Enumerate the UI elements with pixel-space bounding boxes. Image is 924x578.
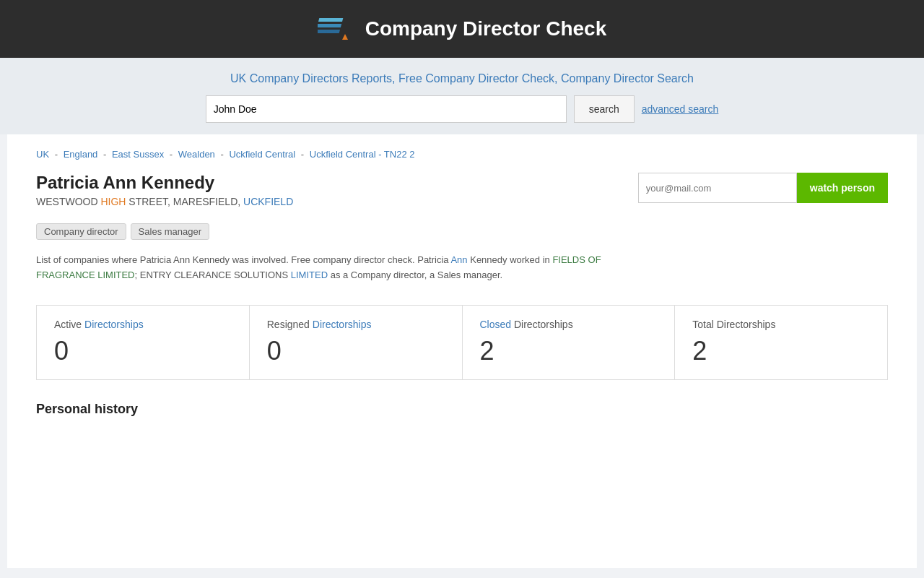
sub-header: UK Company Directors Reports, Free Compa… bbox=[0, 58, 924, 134]
address-street: STREET, MARESFIELD, bbox=[126, 196, 243, 207]
search-input[interactable] bbox=[206, 95, 567, 123]
breadcrumb-uckfield-central-tn22[interactable]: Uckfield Central - TN22 2 bbox=[310, 149, 415, 160]
watch-person-button[interactable]: watch person bbox=[797, 173, 888, 203]
app-header: Company Director Check bbox=[0, 0, 924, 58]
person-header: Patricia Ann Kennedy WESTWOOD HIGH STREE… bbox=[36, 173, 888, 215]
stat-resigned-value: 0 bbox=[267, 336, 445, 366]
app-logo-icon bbox=[318, 11, 354, 47]
svg-rect-4 bbox=[329, 18, 343, 22]
search-button[interactable]: search bbox=[574, 95, 635, 123]
stat-resigned-label: Resigned Directorships bbox=[267, 319, 445, 330]
person-tags: Company director Sales manager bbox=[36, 223, 888, 240]
address-westwood: WESTWOOD bbox=[36, 196, 100, 207]
stat-active-directorships: Active Directorships 0 bbox=[37, 306, 250, 379]
stats-row: Active Directorships 0 Resigned Director… bbox=[36, 305, 888, 380]
breadcrumb-east-sussex[interactable]: East Sussex bbox=[112, 149, 164, 160]
stat-total-label: Total Directorships bbox=[692, 319, 870, 330]
advanced-search-link[interactable]: advanced search bbox=[642, 103, 719, 115]
breadcrumb-uckfield-central[interactable]: Uckfield Central bbox=[229, 149, 295, 160]
breadcrumb: UK - England - East Sussex - Wealden - U… bbox=[36, 149, 888, 160]
tag-sales-manager: Sales manager bbox=[131, 223, 209, 240]
stat-resigned-directorships: Resigned Directorships 0 bbox=[250, 306, 463, 379]
stat-closed-directorships: Closed Directorships 2 bbox=[463, 306, 676, 379]
main-content: UK - England - East Sussex - Wealden - U… bbox=[7, 134, 917, 568]
address-uckfield: UCKFIELD bbox=[243, 196, 293, 207]
svg-rect-0 bbox=[318, 11, 354, 47]
watch-email-input[interactable] bbox=[638, 173, 797, 203]
person-info: Patricia Ann Kennedy WESTWOOD HIGH STREE… bbox=[36, 173, 293, 215]
person-description: List of companies where Patricia Ann Ken… bbox=[36, 253, 657, 283]
breadcrumb-wealden[interactable]: Wealden bbox=[178, 149, 215, 160]
personal-history-heading: Personal history bbox=[36, 402, 888, 417]
tag-company-director: Company director bbox=[36, 223, 126, 240]
svg-marker-7 bbox=[342, 34, 348, 40]
tagline: UK Company Directors Reports, Free Compa… bbox=[0, 72, 924, 85]
person-address: WESTWOOD HIGH STREET, MARESFIELD, UCKFIE… bbox=[36, 196, 293, 207]
svg-rect-6 bbox=[326, 30, 339, 33]
address-high: HIGH bbox=[100, 196, 126, 207]
watch-row: watch person bbox=[638, 173, 888, 203]
stat-active-value: 0 bbox=[54, 336, 232, 366]
breadcrumb-england[interactable]: England bbox=[64, 149, 98, 160]
search-row: search advanced search bbox=[0, 95, 924, 123]
person-name: Patricia Ann Kennedy bbox=[36, 173, 293, 193]
stat-closed-label: Closed Directorships bbox=[480, 319, 658, 330]
app-title: Company Director Check bbox=[365, 17, 607, 40]
stat-total-value: 2 bbox=[692, 336, 870, 366]
breadcrumb-uk[interactable]: UK bbox=[36, 149, 49, 160]
svg-rect-5 bbox=[328, 24, 341, 27]
stat-active-label: Active Directorships bbox=[54, 319, 232, 330]
stat-total-directorships: Total Directorships 2 bbox=[675, 306, 887, 379]
stat-closed-value: 2 bbox=[480, 336, 658, 366]
